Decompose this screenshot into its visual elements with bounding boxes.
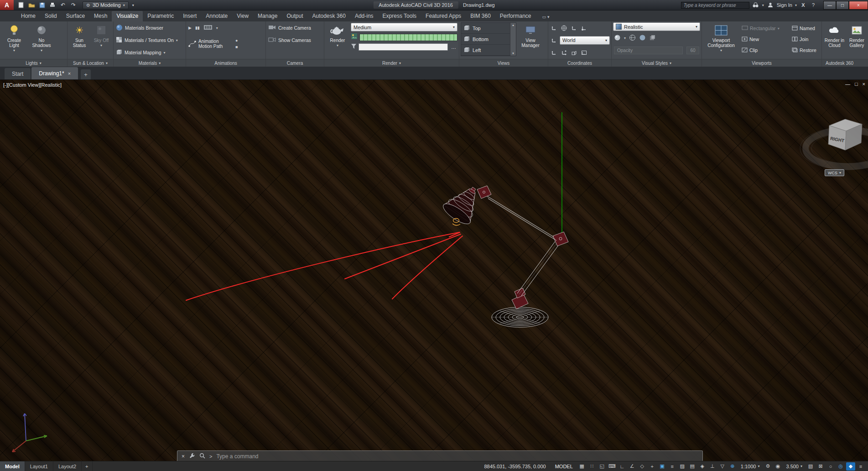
viewport-configuration-button[interactable]: Viewport Configuration ▾: [703, 22, 739, 56]
tab-annotate[interactable]: Annotate: [201, 11, 232, 21]
tab-performance[interactable]: Performance: [495, 11, 536, 21]
visual-styles-panel-label[interactable]: Visual Styles▾: [612, 59, 702, 67]
view-item-left[interactable]: Left: [461, 45, 510, 56]
play-animation-icon[interactable]: ▶: [188, 26, 192, 30]
wcs-selector[interactable]: WCS ▾: [825, 169, 844, 176]
tab-visualize[interactable]: Visualize: [112, 11, 143, 21]
no-shadows-button[interactable]: No Shadows ▾: [28, 22, 55, 56]
undo-icon[interactable]: ↶: [58, 1, 68, 9]
ribbon-display-toggle-icon[interactable]: ▭▾: [542, 15, 550, 21]
tab-featured-apps[interactable]: Featured Apps: [421, 11, 466, 21]
drawing-restore-icon[interactable]: □: [855, 81, 858, 87]
restore-viewport-button[interactable]: Restore: [790, 45, 818, 55]
customize-wrench-icon[interactable]: [189, 452, 195, 460]
window-maximize-button[interactable]: □: [836, 1, 849, 10]
exchange-apps-icon[interactable]: X: [800, 1, 807, 9]
object-snap-icon[interactable]: ▣: [658, 462, 667, 471]
sun-location-panel-label[interactable]: Sun & Location▾: [68, 59, 113, 67]
redo-icon[interactable]: ↷: [69, 1, 78, 9]
scroll-down-icon[interactable]: ▼: [512, 52, 515, 55]
stop-animation-icon[interactable]: ■: [235, 45, 238, 49]
tab-output[interactable]: Output: [282, 11, 307, 21]
ucs-previous-icon[interactable]: [570, 24, 578, 32]
camera-panel-label[interactable]: Camera: [266, 59, 324, 67]
snap-mode-icon[interactable]: ∷: [587, 462, 597, 471]
new-drawing-tab-button[interactable]: +: [81, 69, 91, 79]
graphics-performance-icon[interactable]: ◎: [836, 462, 845, 471]
visual-style-select[interactable]: Realistic ▾: [613, 22, 700, 31]
ortho-mode-icon[interactable]: ∟: [618, 462, 627, 471]
materials-browser-button[interactable]: Materials Browser: [115, 22, 184, 33]
render-panel-label[interactable]: Render▾: [324, 59, 459, 67]
viewports-panel-label[interactable]: Viewports: [702, 59, 821, 67]
new-viewport-button[interactable]: New: [740, 34, 790, 44]
render-button[interactable]: Render ▾: [326, 22, 349, 56]
tab-surface[interactable]: Surface: [62, 11, 89, 21]
scroll-up-icon[interactable]: ▲: [512, 24, 515, 26]
ucs-view-icon[interactable]: [580, 48, 588, 57]
animation-motion-path-button[interactable]: Animation Motion Path ● ■: [187, 35, 264, 53]
new-layout-button[interactable]: +: [82, 461, 92, 471]
window-minimize-button[interactable]: —: [823, 1, 836, 10]
3d-scene[interactable]: RIGHT: [0, 80, 868, 461]
render-environment-icon[interactable]: [351, 33, 358, 42]
layout2-tab[interactable]: Layout2: [53, 461, 82, 471]
material-mapping-button[interactable]: Material Mapping ▾: [115, 47, 184, 58]
window-close-button[interactable]: ×: [849, 1, 868, 10]
command-input[interactable]: Type a command: [216, 453, 258, 460]
shaded-sphere-icon[interactable]: [639, 34, 646, 42]
coordinates-panel-label[interactable]: Coordinates: [548, 59, 611, 67]
tab-view[interactable]: View: [232, 11, 253, 21]
dynamic-input-icon[interactable]: ⌨: [608, 462, 617, 471]
browse-output-button[interactable]: …: [450, 44, 457, 50]
app-logo-icon[interactable]: A: [0, 0, 14, 10]
file-tab-start[interactable]: Start: [5, 68, 31, 79]
named-viewports-button[interactable]: Named: [790, 23, 816, 33]
workspace-switching-icon[interactable]: ⚙: [763, 462, 772, 471]
render-output-field[interactable]: [359, 43, 448, 51]
search-options-arrow-icon[interactable]: ▾: [762, 3, 764, 7]
sign-in-arrow-icon[interactable]: ▾: [795, 3, 797, 7]
view-item-top[interactable]: Top: [461, 23, 510, 34]
transparency-icon[interactable]: ▨: [678, 462, 687, 471]
views-panel-label[interactable]: Views: [459, 59, 548, 67]
wireframe-sphere-icon[interactable]: [629, 34, 636, 42]
join-viewports-button[interactable]: Join: [790, 34, 810, 44]
annotation-scale-button[interactable]: 1:1000 ▾: [738, 464, 763, 469]
sun-status-button[interactable]: ☀ Sun Status: [69, 22, 90, 56]
drawing-close-icon[interactable]: ×: [863, 81, 865, 87]
annotation-monitor-icon[interactable]: ◉: [773, 462, 782, 471]
layout1-tab[interactable]: Layout1: [25, 461, 53, 471]
command-search-icon[interactable]: [199, 453, 205, 460]
view-manager-button[interactable]: View Manager: [518, 22, 543, 56]
tab-express-tools[interactable]: Express Tools: [378, 11, 421, 21]
chevron-down-icon[interactable]: ▾: [624, 36, 626, 40]
record-animation-icon[interactable]: ●: [235, 38, 238, 43]
lineweight-icon[interactable]: ≡: [668, 462, 677, 471]
pause-animation-icon[interactable]: ▮▮: [195, 26, 200, 30]
views-scrollbar[interactable]: ▲ ▼: [510, 23, 516, 56]
ucs-origin-icon[interactable]: [580, 24, 588, 32]
lights-panel-label[interactable]: Lights▾: [0, 59, 67, 67]
ucs-icon[interactable]: [550, 24, 558, 32]
plot-icon[interactable]: [48, 1, 57, 9]
render-gallery-button[interactable]: Render Gallery: [847, 22, 867, 56]
tab-bim-360[interactable]: BIM 360: [466, 11, 495, 21]
open-file-icon[interactable]: [27, 1, 36, 9]
qat-customize-arrow-icon[interactable]: ▾: [129, 1, 138, 9]
sign-in-button[interactable]: Sign In: [777, 2, 792, 8]
tab-add-ins[interactable]: Add-ins: [350, 11, 378, 21]
animation-frames-icon[interactable]: [203, 25, 213, 31]
materials-textures-toggle[interactable]: Materials / Textures On ▾: [115, 35, 184, 46]
render-quality-select[interactable]: Medium ▾: [351, 23, 457, 31]
lock-ui-icon[interactable]: ⊠: [816, 462, 825, 471]
clip-viewport-button[interactable]: Clip: [740, 45, 790, 55]
search-binoculars-icon[interactable]: [752, 1, 759, 9]
model-tab[interactable]: Model: [0, 461, 25, 471]
isometric-drafting-icon[interactable]: ◇: [638, 462, 647, 471]
autodesk-360-status-icon[interactable]: ◆: [846, 462, 855, 471]
drawing-viewport[interactable]: RIGHT: [0, 80, 868, 461]
tab-insert[interactable]: Insert: [178, 11, 201, 21]
model-space-button[interactable]: MODEL: [551, 464, 577, 469]
search-input[interactable]: Type a keyword or phrase: [681, 2, 749, 9]
